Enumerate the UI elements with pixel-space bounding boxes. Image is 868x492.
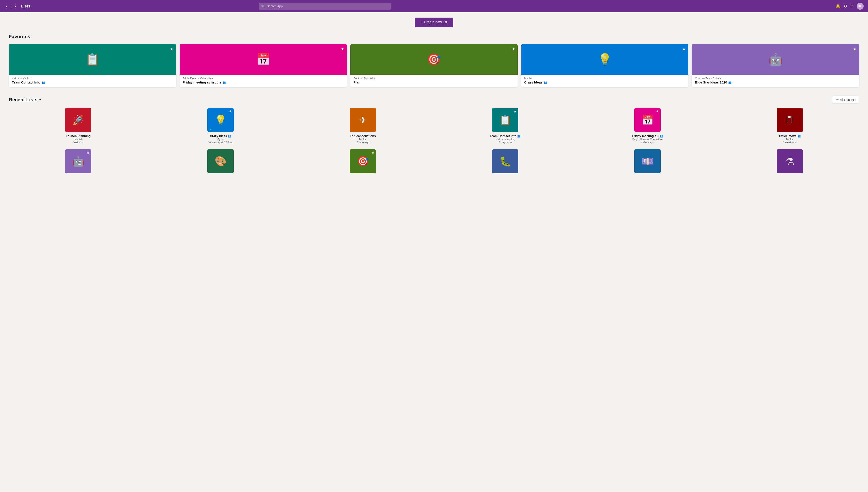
palette-icon: 🎨	[214, 155, 227, 167]
share-icon-4: 👥	[544, 81, 547, 84]
share-icon-5: 👥	[728, 81, 732, 84]
recent-item-name-3: Trip cancellations	[350, 134, 376, 138]
recent-item-friday-meeting[interactable]: 📅 ★ Friday meeting s... 👥 Bright Dreams …	[578, 108, 717, 144]
create-btn-wrap: + Create new list	[9, 18, 859, 27]
help-icon[interactable]: ?	[851, 4, 853, 8]
status-indicator-1: ↗	[67, 129, 70, 133]
lightbulb-icon: 💡	[597, 53, 612, 66]
recent-item-trip-cancellations[interactable]: ✈ Trip cancellations My list 2 days ago	[293, 108, 432, 144]
recent-item-name-6: Office move 👥	[779, 134, 800, 138]
fav-card-blue-star[interactable]: 🤖 ★ Contoso Team Culture Blue Star Ideas…	[692, 44, 859, 87]
flask-icon: ⚗	[786, 156, 794, 167]
share-icon-rec-2: 👥	[228, 134, 231, 138]
fav-card-title-4: Crazy Ideas 👥	[524, 80, 686, 84]
recent-item-contoso-plan-2[interactable]: 🎯 ★	[293, 149, 432, 176]
recent-item-bugs[interactable]: 🐛	[436, 149, 575, 176]
fav-card-image-1: 📋 ★	[9, 44, 176, 75]
recent-item-team-contact-info[interactable]: 📋 ★ Team Contact Info 👥 Kat Larson's lis…	[436, 108, 575, 144]
fav-card-crazy-ideas[interactable]: 💡 ★ My list Crazy Ideas 👥	[521, 44, 689, 87]
recent-icon-bg-r2-1: 🤖 ★	[65, 149, 92, 173]
recent-item-time-2: Yesterday at 4:30pm	[208, 141, 233, 144]
rocket-icon: 🚀	[72, 114, 84, 126]
recent-header: Recent Lists ▾ ⚯ All Recents	[9, 96, 859, 103]
fav-card-title-1: Team Contact Info 👥	[12, 80, 173, 84]
waffle-menu[interactable]: ⋮⋮⋮	[4, 3, 18, 9]
recent-item-name-4: Team Contact Info 👥	[490, 134, 520, 138]
recent-title-wrap[interactable]: Recent Lists ▾	[9, 97, 41, 103]
favorites-section: Favorites 📋 ★ Kat Larson's list Team Con…	[9, 34, 859, 87]
share-icon-1: 👥	[42, 81, 45, 84]
fav-card-image-3: 🎯 ★	[350, 44, 518, 75]
recent-item-launch-planning[interactable]: 🚀 ↗ Launch Planning My list Just now	[9, 108, 148, 144]
plane-icon: ✈	[359, 115, 367, 126]
recent-item-time-4: 3 days ago	[499, 141, 512, 144]
recent-item-time-3: 2 days ago	[356, 141, 369, 144]
recent-item-time-5: 4 days ago	[641, 141, 654, 144]
chevron-down-icon: ▾	[39, 98, 41, 101]
recent-star-r2-1: ★	[87, 151, 90, 154]
favorites-grid: 📋 ★ Kat Larson's list Team Contact Info …	[9, 44, 859, 87]
recent-icon-bg-3: ✈	[350, 108, 376, 132]
settings-icon[interactable]: ⚙	[844, 4, 847, 8]
recent-icon-bg-2: 💡 ★ ↗	[207, 108, 234, 132]
recent-item-name-2: Crazy Ideas 👥	[210, 134, 231, 138]
recent-lists-section: Recent Lists ▾ ⚯ All Recents 🚀 ↗ Launch …	[9, 96, 859, 176]
all-recents-button[interactable]: ⚯ All Recents	[832, 96, 859, 103]
fav-card-image-2: 📅 ★	[180, 44, 347, 75]
fav-card-image-5: 🤖 ★	[692, 44, 859, 75]
recent-item-sub-2: My list	[217, 138, 224, 141]
recent-icon-bg-r2-4: 🐛	[492, 149, 518, 173]
fav-card-image-4: 💡 ★	[521, 44, 689, 75]
recent-item-art[interactable]: 🎨	[151, 149, 290, 176]
search-bar: 🔍	[259, 3, 391, 10]
app-header: ⋮⋮⋮ Lists 🔍 🔔 ⚙ ? KL	[0, 0, 868, 12]
fav-card-title-2: Friday meeting schedule 👥	[183, 80, 344, 84]
recent-star-r2-3: ★	[372, 151, 374, 154]
recent-star-5: ★	[656, 109, 659, 113]
fav-card-subtitle-4: My list	[524, 77, 686, 80]
fav-card-friday-meeting[interactable]: 📅 ★ Bright Dreams Committee Friday meeti…	[180, 44, 347, 87]
recent-star-4: ★	[514, 109, 517, 113]
favorite-star-1[interactable]: ★	[170, 47, 174, 51]
search-icon: 🔍	[261, 4, 265, 8]
recent-item-time-6: 1 week ago	[783, 141, 796, 144]
share-icon-rec-6: 👥	[797, 134, 801, 138]
header-actions: 🔔 ⚙ ? KL	[836, 3, 864, 10]
recent-item-crazy-ideas[interactable]: 💡 ★ ↗ Crazy Ideas 👥 My list Yesterday at…	[151, 108, 290, 144]
favorite-star-2[interactable]: ★	[341, 47, 344, 51]
favorite-star-5[interactable]: ★	[853, 47, 857, 51]
notification-icon[interactable]: 🔔	[836, 4, 840, 8]
main-content: + Create new list Favorites 📋 ★ Kat Lars…	[0, 12, 868, 181]
recent-icon-bg-r2-3: 🎯 ★	[350, 149, 376, 173]
bug-icon: 🐛	[499, 155, 511, 167]
fav-card-team-contact-info[interactable]: 📋 ★ Kat Larson's list Team Contact Info …	[9, 44, 176, 87]
target-recent-icon: 🎯	[357, 155, 369, 167]
favorite-star-3[interactable]: ★	[512, 47, 515, 51]
search-input[interactable]	[259, 3, 391, 10]
recent-icon-bg-r2-6: ⚗	[776, 149, 803, 173]
recent-item-sub-4: Kat Larson's list	[496, 138, 514, 141]
recent-item-name-1: Launch Planning	[66, 134, 91, 138]
fav-card-contoso-plan[interactable]: 🎯 ★ Contoso Marketing Plan	[350, 44, 518, 87]
robot-recent-icon: 🤖	[72, 155, 84, 167]
robot-icon: 🤖	[768, 53, 783, 66]
recent-item-budget[interactable]: 💷	[578, 149, 717, 176]
recent-item-office-move[interactable]: 🗒 Office move 👥 My list 1 week ago	[720, 108, 859, 144]
piggy-icon: 💷	[642, 155, 654, 167]
fav-card-subtitle-3: Contoso Marketing	[353, 77, 515, 80]
avatar[interactable]: KL	[857, 3, 864, 10]
recent-icon-bg-r2-2: 🎨	[207, 149, 234, 173]
status-indicator-2: ↗	[209, 128, 212, 131]
recent-item-blue-star[interactable]: 🤖 ★	[9, 149, 148, 176]
share-icon-2: 👥	[223, 81, 226, 84]
waffle-icon[interactable]: ⋮⋮⋮	[4, 3, 18, 9]
fav-card-title-3: Plan	[353, 80, 515, 84]
filter-icon: ⚯	[836, 98, 839, 101]
favorite-star-4[interactable]: ★	[682, 47, 686, 51]
create-new-list-button[interactable]: + Create new list	[415, 18, 453, 27]
recent-item-science[interactable]: ⚗	[720, 149, 859, 176]
fav-card-subtitle-1: Kat Larson's list	[12, 77, 173, 80]
recent-item-sub-1: My list	[74, 138, 82, 141]
clipboard-icon: 📋	[85, 53, 100, 66]
recent-items-grid-2: 🤖 ★ 🎨 🎯 ★ 🐛	[9, 149, 859, 176]
